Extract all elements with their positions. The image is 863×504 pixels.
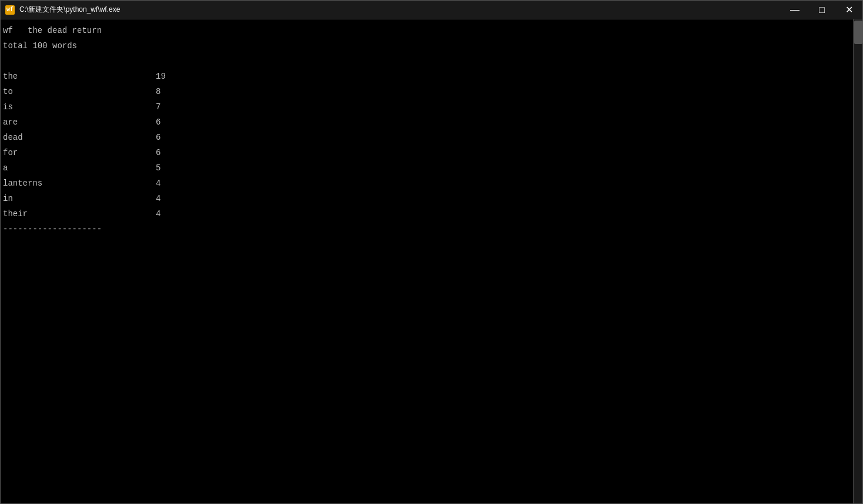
blank-line [3,53,851,69]
table-row: for6 [3,145,851,160]
word-cell: are [3,115,156,130]
word-cell: the [3,69,156,84]
table-row: dead6 [3,130,851,145]
table-row: in4 [3,191,851,206]
word-cell: dead [3,130,156,145]
table-row: a5 [3,160,851,176]
count-cell: 6 [156,130,160,145]
word-cell: for [3,145,156,160]
count-cell: 5 [156,160,160,176]
table-row: their4 [3,206,851,221]
console-area: wf the dead return total 100 words the19… [1,19,862,503]
maximize-button[interactable]: □ [808,1,835,19]
count-cell: 19 [156,69,166,84]
table-row: to8 [3,84,851,99]
table-row: is7 [3,99,851,115]
table-row: the19 [3,69,851,84]
header-line2: total 100 words [3,38,851,53]
title-bar: wf C:\新建文件夹\python_wf\wf.exe — □ ✕ [1,1,862,19]
window: wf C:\新建文件夹\python_wf\wf.exe — □ ✕ wf th… [0,0,863,504]
word-cell: lanterns [3,176,156,191]
app-icon-text: wf [6,6,14,13]
window-title: C:\新建文件夹\python_wf\wf.exe [19,5,120,15]
count-cell: 6 [156,145,160,160]
word-cell: in [3,191,156,206]
table-row: are6 [3,115,851,130]
word-cell: is [3,99,156,115]
word-cell: a [3,160,156,176]
word-cell: their [3,206,156,221]
word-cell: to [3,84,156,99]
count-cell: 4 [156,206,160,221]
divider: -------------------- [3,221,851,237]
header-line1: wf the dead return [3,23,851,38]
count-cell: 8 [156,84,160,99]
scrollbar[interactable] [853,19,862,503]
table-row: lanterns4 [3,176,851,191]
close-button[interactable]: ✕ [835,1,862,19]
minimize-button[interactable]: — [781,1,808,19]
count-cell: 4 [156,176,160,191]
count-cell: 6 [156,115,160,130]
console-output: wf the dead return total 100 words the19… [1,19,853,503]
word-frequency-table: the19to8is7are6dead6for6a5lanterns4in4th… [3,69,851,221]
title-bar-left: wf C:\新建文件夹\python_wf\wf.exe [1,5,120,15]
app-icon: wf [5,5,15,15]
count-cell: 7 [156,99,160,115]
count-cell: 4 [156,191,160,206]
scrollbar-thumb[interactable] [854,21,862,44]
window-controls: — □ ✕ [781,1,862,19]
